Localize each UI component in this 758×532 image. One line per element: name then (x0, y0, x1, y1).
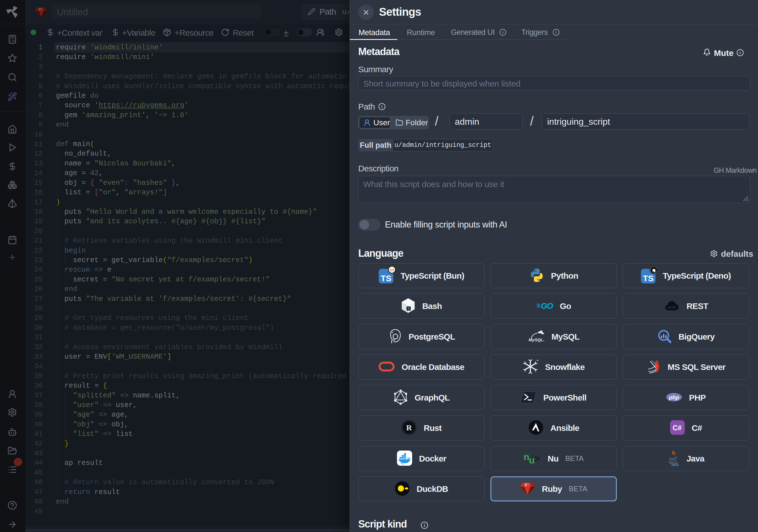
svg-text:>: > (534, 453, 540, 464)
svg-text:u: u (529, 455, 535, 465)
svg-text:MySQL: MySQL (529, 337, 543, 342)
svg-text:C#: C# (672, 424, 682, 432)
svg-text:TS: TS (381, 273, 391, 283)
svg-text:R: R (406, 423, 412, 432)
svg-text:HTTP: HTTP (668, 306, 676, 309)
svg-text:php: php (669, 394, 679, 401)
svg-text:Java: Java (671, 463, 679, 466)
svg-text:$: $ (408, 307, 410, 311)
svg-text:TS: TS (643, 273, 654, 283)
svg-text:n: n (524, 451, 530, 462)
svg-text:GO: GO (541, 301, 553, 310)
